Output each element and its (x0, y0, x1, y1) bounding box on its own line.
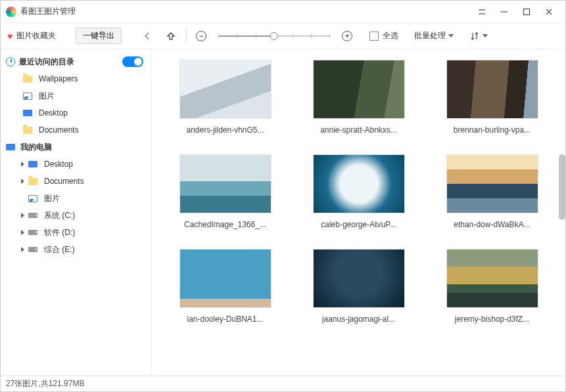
expander-icon (19, 195, 26, 202)
monitor-icon (28, 161, 37, 167)
drive-icon (28, 230, 37, 235)
favorites-label: 图片收藏夹 (16, 30, 56, 41)
select-all-label: 全选 (383, 30, 398, 41)
thumbnail-image (313, 249, 405, 308)
folder-icon (23, 127, 32, 134)
app-icon (6, 7, 16, 17)
zoom-in-button[interactable]: + (342, 31, 352, 41)
batch-dropdown[interactable]: 批量处理 (414, 30, 454, 41)
window-title: 看图王图片管理 (20, 6, 471, 17)
select-all-checkbox[interactable]: 全选 (369, 30, 398, 41)
thumbnail-item[interactable]: brennan-burling-vpa... (438, 60, 546, 135)
sidebar-item-label: 综合 (E:) (44, 244, 75, 255)
thumbnail-item[interactable]: jaanus-jagomagi-al... (305, 249, 412, 324)
thumbnail-item[interactable]: annie-spratt-Abnkxs... (305, 60, 412, 135)
checkbox-icon (369, 32, 379, 41)
sidebar-mypc-item[interactable]: 图片 (1, 190, 151, 207)
sidebar-item-label: Desktop (39, 108, 68, 118)
sort-dropdown[interactable] (469, 31, 488, 41)
sidebar-recent-item[interactable]: 图片 (1, 87, 151, 104)
sidebar-mypc-item[interactable]: 软件 (D:) (1, 224, 151, 241)
expander-icon (19, 229, 26, 236)
thumbnail-label: CachedImage_1366_... (184, 220, 266, 229)
expander-icon (19, 246, 26, 253)
expander-icon (19, 212, 26, 219)
sidebar-item-label: 软件 (D:) (44, 227, 75, 238)
sidebar-mypc-item[interactable]: 综合 (E:) (1, 241, 151, 258)
minimize-button[interactable] (493, 3, 515, 21)
thumbnail-image (179, 60, 271, 119)
thumbnail-label: ian-dooley-DuBNA1... (187, 315, 263, 324)
content-area: 最近访问的目录 Wallpapers图片DesktopDocuments 我的电… (1, 49, 565, 376)
thumbnail-image (446, 249, 538, 308)
sidebar-recent-item[interactable]: Wallpapers (1, 70, 151, 87)
sidebar-mypc-item[interactable]: 系统 (C:) (1, 207, 151, 224)
thumbnail-image (446, 60, 538, 119)
toolbar: ♥ 图片收藏夹 一键导出 − + 全选 批量处理 (1, 23, 565, 49)
heart-icon: ♥ (7, 31, 12, 41)
batch-label: 批量处理 (414, 30, 446, 41)
sidebar-item-label: Documents (44, 177, 84, 186)
thumbnail-image (446, 154, 538, 213)
recent-header[interactable]: 最近访问的目录 (1, 53, 151, 70)
thumbnail-label: annie-spratt-Abnkxs... (320, 125, 397, 135)
my-pc-header[interactable]: 我的电脑 (1, 139, 151, 156)
scrollbar-thumb[interactable] (559, 154, 565, 220)
expander-icon (19, 178, 26, 185)
chevron-down-icon (448, 34, 454, 37)
sidebar-item-label: 系统 (C:) (44, 210, 75, 221)
favorites-button[interactable]: ♥ 图片收藏夹 (7, 30, 56, 41)
thumbnail-image (179, 249, 271, 308)
monitor-icon (23, 110, 32, 116)
titlebar: 看图王图片管理 (1, 1, 565, 23)
thumbnail-label: jeremy-bishop-d3fZ... (455, 315, 529, 324)
thumbnail-label: anders-jilden-vhnG5... (186, 125, 264, 135)
drive-icon (28, 247, 37, 252)
sidebar-item-label: Wallpapers (39, 74, 78, 83)
thumbnail-grid-area: anders-jilden-vhnG5...annie-spratt-Abnkx… (152, 49, 565, 376)
sidebar-mypc-item[interactable]: Documents (1, 173, 151, 190)
pic-icon (23, 93, 32, 100)
folder-icon (28, 178, 37, 185)
thumbnail-item[interactable]: ian-dooley-DuBNA1... (172, 249, 279, 324)
thumbnail-item[interactable]: jeremy-bishop-d3fZ... (438, 249, 546, 324)
thumbnail-item[interactable]: ethan-dow-dWaBkA... (438, 154, 546, 229)
recent-header-label: 最近访问的目录 (19, 56, 74, 68)
clock-icon (6, 57, 15, 66)
sidebar-item-label: 图片 (39, 91, 55, 102)
thumbnail-label: ethan-dow-dWaBkA... (454, 220, 530, 229)
window-controls (471, 3, 560, 21)
sidebar-mypc-item[interactable]: Desktop (1, 156, 151, 173)
chevron-down-icon (483, 34, 488, 37)
maximize-button[interactable] (515, 3, 538, 21)
status-text: 27张图片,共121.97MB (6, 378, 84, 389)
thumbnail-image (313, 60, 405, 119)
sidebar-item-label: Documents (39, 125, 79, 135)
recent-toggle[interactable] (122, 56, 143, 67)
thumbnail-item[interactable]: anders-jilden-vhnG5... (172, 60, 279, 135)
sidebar: 最近访问的目录 Wallpapers图片DesktopDocuments 我的电… (1, 49, 152, 376)
sidebar-item-label: Desktop (44, 160, 73, 169)
zoom-slider[interactable] (218, 35, 330, 37)
expander-icon (19, 161, 26, 167)
slider-thumb[interactable] (270, 32, 278, 40)
back-button[interactable] (141, 30, 153, 42)
thumbnail-label: jaanus-jagomagi-al... (322, 315, 395, 324)
sidebar-recent-item[interactable]: Documents (1, 121, 151, 139)
thumbnail-item[interactable]: CachedImage_1366_... (172, 154, 279, 229)
thumbnail-label: brennan-burling-vpa... (454, 125, 531, 135)
pic-icon (28, 195, 37, 202)
drive-icon (28, 213, 37, 218)
my-pc-label: 我的电脑 (20, 142, 52, 153)
statusbar: 27张图片,共121.97MB (1, 376, 565, 391)
sidebar-item-label: 图片 (44, 193, 60, 204)
up-button[interactable] (165, 30, 177, 42)
export-button[interactable]: 一键导出 (76, 28, 122, 44)
close-button[interactable] (538, 3, 560, 21)
monitor-icon (6, 144, 15, 150)
zoom-out-button[interactable]: − (196, 31, 206, 41)
sidebar-recent-item[interactable]: Desktop (1, 104, 151, 121)
menu-button[interactable] (471, 3, 493, 21)
thumbnail-item[interactable]: caleb-george-AtvuP... (305, 154, 412, 229)
thumbnail-image (313, 154, 405, 213)
